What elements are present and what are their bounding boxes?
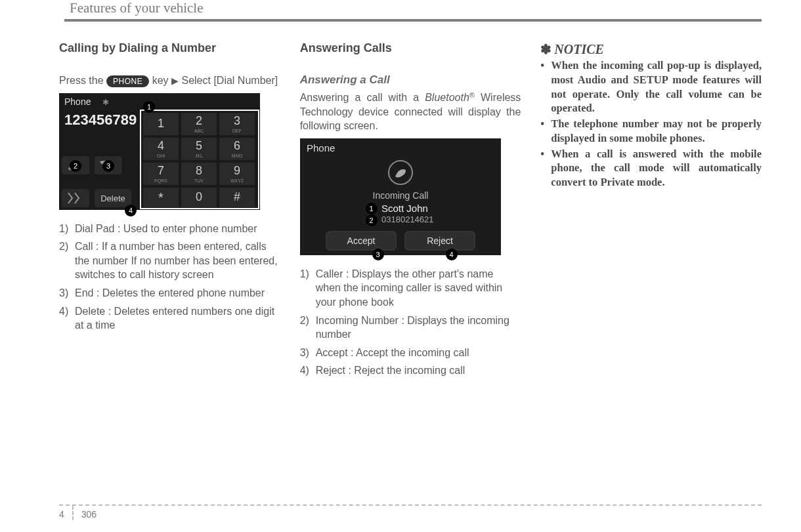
svg-text:1: 1 <box>158 117 164 130</box>
svg-text:DEF: DEF <box>232 129 242 133</box>
dial-screenshot: Phone ✱ 123456789 Delete <box>59 93 260 210</box>
list-item: 3) End : Deletes the entered phone numbe… <box>59 286 280 300</box>
svg-text:*: * <box>158 190 163 205</box>
svg-text:7: 7 <box>158 164 164 177</box>
callout-2: 2 <box>70 160 81 172</box>
list-num: 1) <box>59 222 75 236</box>
svg-text:Phone: Phone <box>307 142 335 153</box>
callout-3: 3 <box>372 249 384 260</box>
callout-4: 4 <box>446 249 458 260</box>
column-2: Answering Calls Answering a Call Answeri… <box>300 41 521 382</box>
reg-mark: ® <box>469 91 475 99</box>
callout-3: 3 <box>102 160 114 172</box>
notice-item: • The telephone number may not be proper… <box>540 117 762 146</box>
triangle-icon: ▶ <box>171 75 179 86</box>
bullet-icon: • <box>540 117 551 146</box>
footer-separator <box>72 506 74 520</box>
list-item: 1) Dial Pad : Used to enter phone number <box>59 222 280 236</box>
col1-intro-pre: Press the <box>59 75 106 86</box>
svg-text:3: 3 <box>234 114 240 127</box>
svg-text:0: 0 <box>196 190 202 203</box>
dial-figure: Phone ✱ 123456789 Delete <box>59 93 260 210</box>
page-header: Features of your vehicle <box>64 0 762 22</box>
svg-text:JKL: JKL <box>195 153 203 158</box>
svg-text:ABC: ABC <box>194 129 204 133</box>
footer-chapter: 4 <box>59 509 64 520</box>
svg-text:4: 4 <box>158 139 164 152</box>
list-text: Caller : Displays the other part's name … <box>316 267 521 310</box>
notice-symbol-icon: ✽ <box>540 42 552 56</box>
col2-heading: Answering Calls <box>300 41 521 55</box>
list-text: Delete : Deletes entered numbers one dig… <box>75 304 280 333</box>
list-num: 2) <box>300 314 316 342</box>
svg-text:Scott John: Scott John <box>381 203 428 214</box>
page-footer: 4 306 <box>59 504 762 520</box>
list-text: Accept : Accept the incoming call <box>316 346 521 360</box>
svg-text:Phone: Phone <box>64 96 91 107</box>
col2-list: 1) Caller : Displays the other part's na… <box>300 267 521 378</box>
notice-title-text: NOTICE <box>554 42 604 56</box>
svg-text:TUV: TUV <box>194 178 204 183</box>
svg-text:6: 6 <box>234 139 240 152</box>
svg-text:#: # <box>234 190 240 203</box>
incoming-figure: Phone Incoming Call Scott John 031802146… <box>300 138 501 255</box>
svg-text:WXYZ: WXYZ <box>230 178 244 183</box>
list-text: Reject : Reject the incoming call <box>316 363 521 378</box>
incoming-screenshot: Phone Incoming Call Scott John 031802146… <box>300 138 501 255</box>
col2-subheading: Answering a Call <box>300 73 521 87</box>
col1-intro-end: Select [Dial Number] <box>181 75 278 86</box>
col1-intro: Press the PHONE key ▶ Select [Dial Numbe… <box>59 73 280 88</box>
svg-text:2: 2 <box>196 114 202 127</box>
svg-text:03180214621: 03180214621 <box>381 215 434 224</box>
bluetooth-word: Bluetooth <box>425 92 469 103</box>
svg-text:Incoming Call: Incoming Call <box>372 190 428 201</box>
list-text: Dial Pad : Used to enter phone number <box>75 222 280 236</box>
svg-rect-6 <box>62 189 89 207</box>
svg-text:5: 5 <box>196 139 202 152</box>
svg-text:8: 8 <box>196 164 202 177</box>
col1-list: 1) Dial Pad : Used to enter phone number… <box>59 222 280 333</box>
list-item: 4) Reject : Reject the incoming call <box>300 363 521 378</box>
col2-intro-a: Answering a call with a <box>300 92 425 103</box>
list-num: 4) <box>59 304 75 333</box>
list-text: Incoming Number : Displays the incoming … <box>316 314 521 342</box>
notice-text: When the incoming call pop-up is display… <box>551 58 762 115</box>
svg-text:✱: ✱ <box>102 98 109 107</box>
notice-item: • When a call is answered with the mobil… <box>540 147 762 190</box>
notice-text: When a call is answered with the mobile … <box>551 147 762 190</box>
phone-key-icon: PHONE <box>106 75 149 87</box>
svg-text:Accept: Accept <box>347 235 375 246</box>
svg-text:Reject: Reject <box>427 235 453 246</box>
footer-page: 306 <box>81 509 97 520</box>
list-num: 4) <box>300 363 316 378</box>
list-num: 2) <box>59 239 75 282</box>
list-text: End : Deletes the entered phone number <box>75 286 280 300</box>
notice-heading: ✽NOTICE <box>540 41 762 57</box>
col2-intro: Answering a call with a Bluetooth® Wirel… <box>300 91 521 133</box>
bullet-icon: • <box>540 58 551 115</box>
svg-text:123456789: 123456789 <box>64 112 137 128</box>
svg-text:9: 9 <box>234 164 240 177</box>
list-text: Call : If a number has been entered, cal… <box>75 239 280 282</box>
col1-intro-post: key <box>152 75 169 86</box>
column-3: ✽NOTICE • When the incoming call pop-up … <box>540 41 762 382</box>
callout-2: 2 <box>366 215 378 226</box>
column-1: Calling by Dialing a Number Press the PH… <box>59 41 280 382</box>
list-item: 1) Caller : Displays the other part's na… <box>300 267 521 310</box>
notice-list: • When the incoming call pop-up is displ… <box>540 58 762 190</box>
list-num: 3) <box>59 286 75 300</box>
callout-1: 1 <box>143 101 155 113</box>
list-num: 1) <box>300 267 316 310</box>
col1-heading: Calling by Dialing a Number <box>59 41 280 55</box>
svg-text:Delete: Delete <box>100 194 125 203</box>
svg-text:GHI: GHI <box>157 153 165 158</box>
callout-4: 4 <box>125 205 137 216</box>
list-item: 4) Delete : Deletes entered numbers one … <box>59 304 280 333</box>
svg-text:PQRS: PQRS <box>154 178 167 184</box>
content-columns: Calling by Dialing a Number Press the PH… <box>59 41 762 382</box>
list-item: 3) Accept : Accept the incoming call <box>300 346 521 360</box>
notice-text: The telephone number may not be properly… <box>551 117 762 146</box>
svg-text:MNO: MNO <box>232 153 243 158</box>
bullet-icon: • <box>540 147 551 190</box>
callout-1: 1 <box>366 203 378 215</box>
